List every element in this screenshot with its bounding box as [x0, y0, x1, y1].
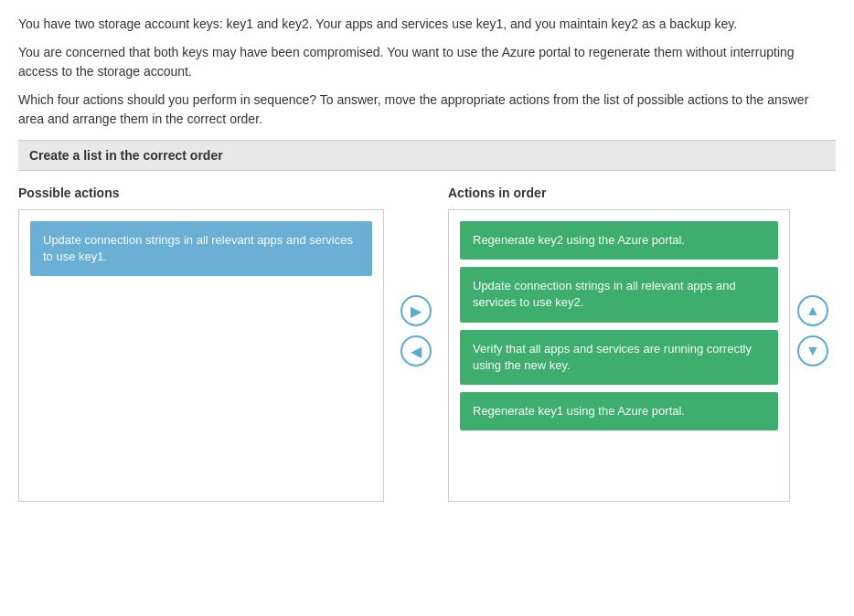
- description-para2: You are concerned that both keys may hav…: [18, 43, 836, 81]
- description-para3: Which four actions should you perform in…: [18, 90, 836, 129]
- order-action-item-4[interactable]: Regenerate key1 using the Azure portal.: [460, 392, 778, 430]
- move-right-button[interactable]: ▶: [400, 295, 432, 326]
- right-col-wrapper: Actions in order Regenerate key2 using t…: [448, 186, 836, 502]
- possible-action-item-1[interactable]: Update connection strings in all relevan…: [30, 221, 372, 276]
- order-action-item-1[interactable]: Regenerate key2 using the Azure portal.: [460, 221, 778, 260]
- move-down-button[interactable]: ▼: [797, 335, 828, 366]
- actions-in-order-col: Actions in order Regenerate key2 using t…: [448, 186, 790, 502]
- possible-actions-col: Possible actions Update connection strin…: [18, 186, 384, 502]
- order-action-item-2[interactable]: Update connection strings in all relevan…: [460, 267, 778, 322]
- right-controls: ▲ ▼: [790, 186, 836, 366]
- section-header: Create a list in the correct order: [18, 140, 836, 171]
- order-action-item-3[interactable]: Verify that all apps and services are ru…: [460, 330, 778, 385]
- actions-in-order-box: Regenerate key2 using the Azure portal. …: [448, 209, 790, 502]
- middle-controls: ▶ ◀: [384, 186, 448, 366]
- possible-actions-title: Possible actions: [18, 186, 384, 200]
- move-up-button[interactable]: ▲: [797, 295, 828, 326]
- description-para1: You have two storage account keys: key1 …: [18, 15, 836, 34]
- move-left-button[interactable]: ◀: [400, 335, 432, 366]
- description-block: You have two storage account keys: key1 …: [18, 15, 836, 129]
- actions-in-order-title: Actions in order: [448, 186, 790, 200]
- page-container: You have two storage account keys: key1 …: [0, 0, 854, 516]
- columns-container: Possible actions Update connection strin…: [18, 186, 836, 502]
- possible-actions-box: Update connection strings in all relevan…: [18, 209, 384, 502]
